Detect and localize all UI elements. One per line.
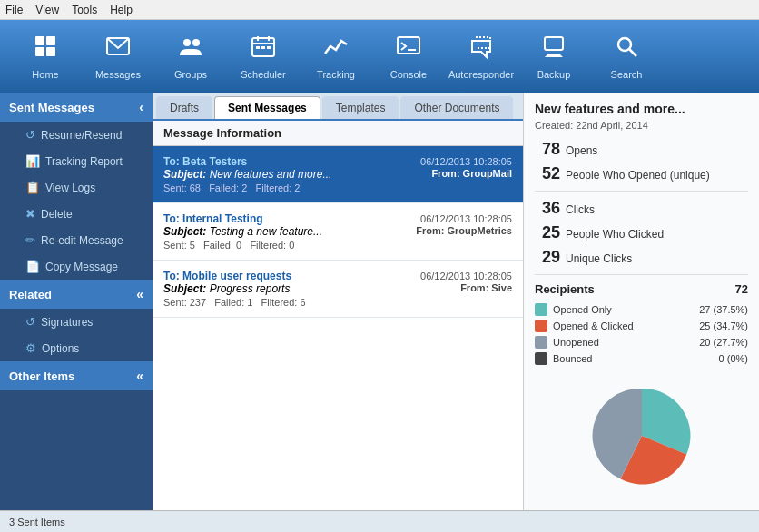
status-bar: 3 Sent Items bbox=[0, 510, 759, 532]
menu-tools[interactable]: Tools bbox=[72, 4, 97, 16]
scheduler-icon bbox=[251, 34, 276, 65]
toolbar-autoresponder[interactable]: Autoresponder bbox=[445, 23, 518, 90]
rp-stat-label-unique-clicks: Unique Clicks bbox=[566, 252, 632, 265]
sidebar-item-options[interactable]: ⚙ Options bbox=[0, 335, 153, 361]
toolbar: Home Messages Groups Scheduler Tracking … bbox=[0, 20, 759, 93]
copy-message-icon: 📄 bbox=[25, 260, 40, 273]
rp-stat-clicks: 36 Clicks bbox=[535, 199, 748, 218]
svg-rect-11 bbox=[256, 46, 260, 49]
resume-resend-icon: ↺ bbox=[25, 128, 35, 142]
rp-stat-label-people-clicked: People Who Clicked bbox=[566, 228, 664, 241]
toolbar-autoresponder-label: Autoresponder bbox=[448, 69, 514, 80]
msg-datetime: 06/12/2013 10:28:05 bbox=[420, 271, 512, 281]
legend-unopened: Unopened 20 (27.7%) bbox=[535, 336, 748, 349]
rp-recipients-header: Recipients 72 bbox=[535, 282, 748, 296]
groups-icon bbox=[178, 34, 203, 65]
tab-sent-messages[interactable]: Sent Messages bbox=[214, 96, 320, 119]
toolbar-groups[interactable]: Groups bbox=[154, 23, 227, 90]
svg-rect-1 bbox=[46, 36, 55, 45]
rp-stat-num-unique-clicks: 29 bbox=[535, 248, 560, 267]
tab-other-documents[interactable]: Other Documents bbox=[400, 96, 513, 119]
legend-bounced: Bounced 0 (0%) bbox=[535, 352, 748, 365]
sidebar-related-header[interactable]: Related « bbox=[0, 280, 153, 309]
msg-from: From: Sive bbox=[460, 282, 512, 295]
msg-stats: Sent: 68 Failed: 2 Filtered: 2 bbox=[163, 182, 512, 193]
sidebar-item-delete[interactable]: ✖ Delete bbox=[0, 201, 153, 227]
tab-drafts[interactable]: Drafts bbox=[156, 96, 212, 119]
svg-rect-14 bbox=[398, 37, 419, 54]
tab-templates[interactable]: Templates bbox=[322, 96, 399, 119]
rp-divider-2 bbox=[535, 274, 748, 275]
sidebar-sent-messages-header[interactable]: Sent Messages ‹ bbox=[0, 93, 153, 122]
pie-chart bbox=[578, 374, 705, 492]
toolbar-groups-label: Groups bbox=[174, 69, 207, 80]
msg-from: From: GroupMetrics bbox=[416, 225, 512, 238]
options-icon: ⚙ bbox=[25, 341, 36, 355]
other-items-chevron: « bbox=[136, 369, 143, 383]
menu-file[interactable]: File bbox=[5, 4, 23, 16]
delete-icon: ✖ bbox=[25, 207, 35, 221]
sidebar-item-tracking-report[interactable]: 📊 Tracking Report bbox=[0, 148, 153, 174]
toolbar-console[interactable]: Console bbox=[372, 23, 445, 90]
sidebar-other-items-header[interactable]: Other Items « bbox=[0, 361, 153, 390]
legend-color-unopened bbox=[535, 336, 547, 349]
svg-rect-2 bbox=[35, 47, 44, 56]
toolbar-search-label: Search bbox=[611, 69, 643, 80]
msg-datetime: 06/12/2013 10:28:05 bbox=[420, 213, 512, 224]
right-panel: New features and more... Created: 22nd A… bbox=[523, 93, 759, 510]
toolbar-backup[interactable]: Backup bbox=[518, 23, 590, 90]
rp-divider bbox=[535, 191, 748, 192]
sidebar-item-re-edit-message[interactable]: ✏ Re-edit Message bbox=[0, 227, 153, 253]
msg-to: To: Beta Testers bbox=[163, 155, 247, 168]
view-logs-icon: 📋 bbox=[25, 181, 40, 194]
menu-view[interactable]: View bbox=[35, 4, 59, 16]
sidebar-item-copy-message[interactable]: 📄 Copy Message bbox=[0, 253, 153, 280]
svg-rect-16 bbox=[545, 37, 563, 50]
menu-bar: File View Tools Help bbox=[0, 0, 759, 20]
msg-stats: Sent: 237 Failed: 1 Filtered: 6 bbox=[163, 297, 512, 308]
toolbar-tracking-label: Tracking bbox=[317, 69, 355, 80]
rp-stat-unique-opens: 52 People Who Opened (unique) bbox=[535, 164, 748, 183]
message-row[interactable]: To: Internal Testing 06/12/2013 10:28:05… bbox=[153, 203, 523, 261]
rp-stat-num-people-clicked: 25 bbox=[535, 223, 560, 242]
toolbar-search[interactable]: Search bbox=[590, 23, 663, 90]
re-edit-icon: ✏ bbox=[25, 233, 35, 247]
msg-to: To: Internal Testing bbox=[163, 212, 263, 225]
sidebar: Sent Messages ‹ ↺ Resume/Resend 📊 Tracki… bbox=[0, 93, 153, 510]
main-layout: Sent Messages ‹ ↺ Resume/Resend 📊 Tracki… bbox=[0, 93, 759, 510]
svg-point-6 bbox=[192, 39, 200, 46]
sidebar-item-view-logs[interactable]: 📋 View Logs bbox=[0, 174, 153, 201]
rp-created: Created: 22nd April, 2014 bbox=[535, 120, 748, 131]
svg-point-5 bbox=[183, 39, 191, 46]
legend-opened-only: Opened Only 27 (37.5%) bbox=[535, 303, 748, 316]
search-icon bbox=[614, 34, 639, 65]
msg-subject: Subject: New features and more... bbox=[163, 168, 331, 181]
messages-icon bbox=[105, 34, 131, 65]
menu-help[interactable]: Help bbox=[110, 4, 133, 16]
toolbar-home-label: Home bbox=[32, 69, 58, 80]
pie-chart-container bbox=[535, 374, 748, 492]
rp-stat-num-opens: 78 bbox=[535, 140, 560, 159]
sidebar-item-resume-resend[interactable]: ↺ Resume/Resend bbox=[0, 122, 153, 148]
msg-datetime: 06/12/2013 10:28:05 bbox=[420, 156, 512, 167]
rp-stat-people-clicked: 25 People Who Clicked bbox=[535, 223, 748, 242]
svg-point-17 bbox=[618, 38, 631, 51]
message-row[interactable]: To: Beta Testers 06/12/2013 10:28:05 Sub… bbox=[153, 146, 523, 203]
rp-stat-num-clicks: 36 bbox=[535, 199, 560, 218]
svg-rect-0 bbox=[35, 36, 44, 45]
toolbar-messages[interactable]: Messages bbox=[82, 23, 154, 90]
msg-to: To: Mobile user requests bbox=[163, 270, 291, 282]
sidebar-item-signatures[interactable]: ↺ Signatures bbox=[0, 309, 153, 335]
msg-subject: Subject: Testing a new feature... bbox=[163, 225, 322, 238]
toolbar-tracking[interactable]: Tracking bbox=[300, 23, 372, 90]
svg-rect-3 bbox=[46, 47, 55, 56]
message-row[interactable]: To: Mobile user requests 06/12/2013 10:2… bbox=[153, 261, 523, 318]
sent-messages-chevron: ‹ bbox=[139, 100, 143, 114]
toolbar-scheduler[interactable]: Scheduler bbox=[227, 23, 300, 90]
toolbar-home[interactable]: Home bbox=[9, 23, 82, 90]
message-info-header: Message Information bbox=[153, 121, 523, 146]
legend-color-bounced bbox=[535, 352, 547, 365]
toolbar-scheduler-label: Scheduler bbox=[241, 69, 286, 80]
status-text: 3 Sent Items bbox=[9, 517, 65, 527]
msg-stats: Sent: 5 Failed: 0 Filtered: 0 bbox=[163, 240, 512, 251]
